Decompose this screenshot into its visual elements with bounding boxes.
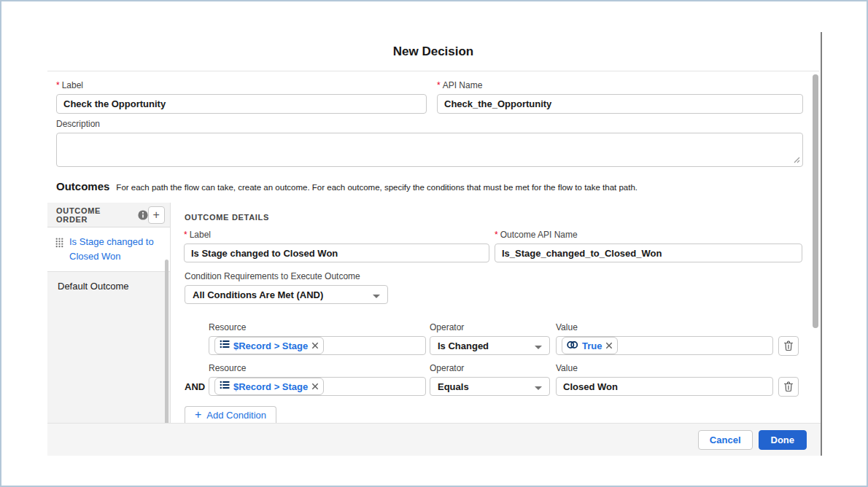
condition1-resource-value: $Record > Stage	[233, 340, 308, 351]
condition2-operator-value: Equals	[438, 381, 469, 392]
plus-icon: +	[195, 409, 201, 421]
dialog-title: New Decision	[47, 44, 819, 59]
condition1-resource-label: Resource	[209, 322, 426, 332]
outcomes-section-header: Outcomes For each path the flow can take…	[56, 180, 638, 192]
outcome-api-input[interactable]	[495, 244, 802, 262]
condition1-resource-combobox[interactable]: $Record > Stage	[209, 336, 426, 355]
label-field-group: Label	[56, 80, 427, 114]
add-condition-button[interactable]: + Add Condition	[185, 406, 276, 423]
outcome-label-label: Label	[184, 230, 489, 240]
condition-requirements-label: Condition Requirements to Execute Outcom…	[185, 271, 388, 281]
toggle-icon	[567, 339, 578, 352]
condition1-operator-label: Operator	[430, 322, 550, 332]
close-icon[interactable]	[311, 339, 319, 352]
condition1-operator-value: Is Changed	[438, 340, 489, 351]
condition2-resource-group: Resource $Record > Stage	[209, 363, 426, 396]
close-icon[interactable]	[311, 380, 319, 393]
condition2-value-label: Value	[556, 363, 773, 373]
condition1-operator-group: Operator Is Changed	[430, 322, 550, 355]
description-field-label: Description	[56, 119, 803, 129]
description-textarea[interactable]	[56, 133, 803, 167]
outcome-api-group: Outcome API Name	[495, 230, 802, 262]
outcome-api-label: Outcome API Name	[495, 230, 802, 240]
condition1-value-value: True	[582, 340, 602, 351]
condition2-operator-label: Operator	[430, 363, 550, 373]
outcome-order-panel: OUTCOME ORDER + Is Stage changed to Clos…	[47, 203, 171, 423]
cancel-button[interactable]: Cancel	[698, 430, 753, 450]
outcomes-heading: Outcomes	[56, 180, 109, 192]
variable-list-icon	[220, 339, 230, 352]
outcome-label-input[interactable]	[184, 244, 489, 262]
condition2-resource-combobox[interactable]: $Record > Stage	[209, 377, 426, 396]
outcome-details-panel: OUTCOME DETAILS Label Outcome API Name C…	[171, 203, 821, 423]
resize-handle-icon[interactable]	[794, 153, 800, 166]
api-name-field-group: API Name	[437, 80, 803, 114]
condition1-value-label: Value	[556, 322, 773, 332]
condition2-value-group: Value	[556, 363, 773, 396]
condition2-operator-select[interactable]: Equals	[430, 377, 550, 396]
condition1-resource-pill[interactable]: $Record > Stage	[214, 337, 324, 354]
outcome-item-label: Is Stage changed to Closed Won	[69, 235, 158, 264]
dialog-footer: Cancel Done	[47, 423, 821, 456]
add-condition-label: Add Condition	[206, 410, 266, 421]
outcomes-subtext: For each path the flow can take, create …	[116, 183, 638, 192]
condition2-delete-button[interactable]	[778, 377, 799, 397]
new-decision-dialog: New Decision Label API Name Description …	[47, 32, 822, 456]
label-field-label: Label	[56, 80, 427, 90]
outcome-list-item-default[interactable]: Default Outcome	[47, 272, 170, 300]
condition1-value-pill[interactable]: True	[562, 337, 618, 354]
condition2-operator-group: Operator Equals	[430, 363, 550, 396]
dialog-scrollbar[interactable]	[813, 74, 818, 328]
condition2-resource-pill[interactable]: $Record > Stage	[214, 378, 324, 395]
condition2-value-input[interactable]	[556, 377, 773, 396]
api-name-field-label: API Name	[437, 80, 803, 90]
chevron-down-icon	[373, 289, 380, 300]
condition-join-label: AND	[185, 381, 205, 392]
outcome-order-header: OUTCOME ORDER +	[47, 203, 170, 227]
info-icon[interactable]	[138, 210, 148, 220]
condition-requirements-select[interactable]: All Conditions Are Met (AND)	[185, 285, 388, 304]
variable-list-icon	[220, 380, 230, 393]
condition2-resource-label: Resource	[209, 363, 426, 373]
done-button[interactable]: Done	[759, 430, 807, 450]
outcome-details-title: OUTCOME DETAILS	[185, 213, 269, 222]
label-input[interactable]	[56, 94, 427, 114]
sidebar-scrollbar[interactable]	[165, 260, 168, 433]
plus-icon: +	[153, 209, 160, 222]
condition2-resource-value: $Record > Stage	[233, 381, 308, 392]
condition1-operator-select[interactable]: Is Changed	[430, 336, 550, 355]
description-field-group: Description	[56, 119, 803, 170]
condition1-value-group: Value True	[556, 322, 773, 355]
outcome-order-title: OUTCOME ORDER	[56, 206, 133, 224]
condition1-value-combobox[interactable]: True	[556, 336, 773, 355]
header-divider	[47, 71, 819, 71]
chevron-down-icon	[535, 381, 542, 392]
condition-requirements-value: All Conditions Are Met (AND)	[193, 289, 323, 300]
add-outcome-button[interactable]: +	[148, 206, 165, 224]
screenshot-frame: New Decision Label API Name Description …	[0, 0, 868, 487]
chevron-down-icon	[535, 340, 542, 351]
outcome-label-group: Label	[184, 230, 489, 262]
condition-requirements-group: Condition Requirements to Execute Outcom…	[185, 271, 388, 304]
drag-handle-icon[interactable]	[55, 238, 63, 264]
outcome-list-item-selected[interactable]: Is Stage changed to Closed Won	[47, 227, 170, 272]
condition1-delete-button[interactable]	[778, 336, 799, 356]
condition1-resource-group: Resource $Record > Stage	[209, 322, 426, 355]
close-icon[interactable]	[605, 339, 613, 352]
api-name-input[interactable]	[437, 94, 803, 114]
